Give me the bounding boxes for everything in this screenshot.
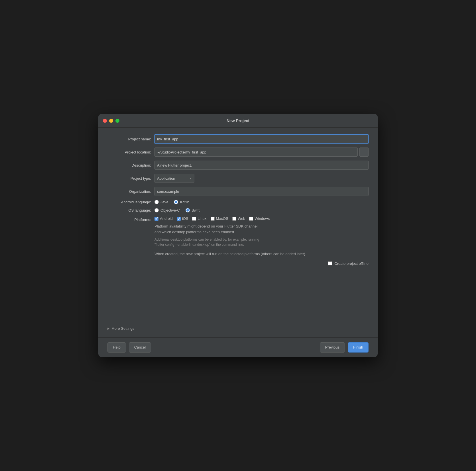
platform-note-1: Platform availability might depend on yo… xyxy=(154,224,369,235)
platform-windows-option[interactable]: Windows xyxy=(249,216,270,221)
ios-objc-label: Objective-C xyxy=(160,208,180,212)
ios-objc-option[interactable]: Objective-C xyxy=(154,208,180,212)
project-type-label: Project type: xyxy=(107,176,154,181)
platform-android-option[interactable]: Android xyxy=(154,216,173,221)
cancel-button[interactable]: Cancel xyxy=(129,342,151,353)
ios-language-row: iOS language: Objective-C Swift xyxy=(107,208,369,212)
project-type-select-wrapper: Application Plugin Package Module ▼ xyxy=(154,174,194,183)
platforms-section: Android iOS Linux MacOS xyxy=(154,216,369,269)
platform-web-label: Web xyxy=(238,216,245,221)
platform-note-2: Additional desktop platforms can be enab… xyxy=(154,237,369,247)
close-button[interactable] xyxy=(103,119,107,123)
previous-button[interactable]: Previous xyxy=(320,342,345,353)
project-type-select[interactable]: Application Plugin Package Module xyxy=(154,174,194,183)
finish-button[interactable]: Finish xyxy=(348,342,369,353)
platform-windows-label: Windows xyxy=(255,216,270,221)
create-offline-checkbox[interactable] xyxy=(328,261,332,265)
platform-ios-label: iOS xyxy=(182,216,188,221)
android-java-label: Java xyxy=(160,200,168,204)
ios-swift-radio[interactable] xyxy=(186,208,190,212)
platform-note-3: When created, the new project will run o… xyxy=(154,251,369,257)
platform-macos-label: MacOS xyxy=(216,216,228,221)
ios-language-label: iOS language: xyxy=(107,208,154,212)
project-name-input[interactable] xyxy=(154,134,369,144)
description-label: Description: xyxy=(107,163,154,167)
maximize-button[interactable] xyxy=(115,119,119,123)
project-name-label: Project name: xyxy=(107,137,154,141)
android-java-radio[interactable] xyxy=(154,200,159,204)
organization-row: Organization: xyxy=(107,187,369,196)
minimize-button[interactable] xyxy=(109,119,113,123)
form-content: Project name: Project location: ... Desc… xyxy=(98,128,378,337)
platforms-label: Platforms: xyxy=(107,216,154,222)
empty-spacer xyxy=(107,273,369,318)
more-settings-toggle[interactable]: ▶ More Settings xyxy=(107,323,369,331)
platform-linux-checkbox[interactable] xyxy=(192,217,196,221)
browse-button[interactable]: ... xyxy=(359,148,369,157)
platform-web-option[interactable]: Web xyxy=(232,216,245,221)
help-button[interactable]: Help xyxy=(107,342,126,353)
platform-ios-option[interactable]: iOS xyxy=(177,216,188,221)
android-language-radio-group: Java Kotlin xyxy=(154,200,369,204)
platform-linux-option[interactable]: Linux xyxy=(192,216,206,221)
project-type-row: Project type: Application Plugin Package… xyxy=(107,174,369,183)
ios-swift-option[interactable]: Swift xyxy=(186,208,200,212)
dialog-window: New Project Project name: Project locati… xyxy=(98,114,378,357)
bottom-bar: Help Cancel Previous Finish xyxy=(98,337,378,357)
android-kotlin-radio[interactable] xyxy=(174,200,178,204)
platform-linux-label: Linux xyxy=(198,216,206,221)
create-offline-row: Create project offline xyxy=(154,261,369,266)
ios-language-radio-group: Objective-C Swift xyxy=(154,208,369,212)
platform-macos-option[interactable]: MacOS xyxy=(211,216,228,221)
platforms-checkbox-row: Android iOS Linux MacOS xyxy=(154,216,369,221)
more-settings-label: More Settings xyxy=(111,326,134,331)
title-bar: New Project xyxy=(98,114,378,128)
platform-macos-checkbox[interactable] xyxy=(211,217,215,221)
android-language-row: Android language: Java Kotlin xyxy=(107,200,369,204)
window-title: New Project xyxy=(227,118,249,123)
ios-objc-radio[interactable] xyxy=(154,208,159,212)
organization-label: Organization: xyxy=(107,189,154,194)
description-row: Description: xyxy=(107,161,369,170)
ios-swift-label: Swift xyxy=(192,208,200,212)
android-kotlin-option[interactable]: Kotlin xyxy=(174,200,189,204)
project-location-field-group: ... xyxy=(154,148,369,157)
create-offline-label: Create project offline xyxy=(334,261,369,266)
platform-android-label: Android xyxy=(160,216,173,221)
android-java-option[interactable]: Java xyxy=(154,200,168,204)
platform-android-checkbox[interactable] xyxy=(154,217,158,221)
android-language-label: Android language: xyxy=(107,200,154,204)
chevron-right-icon: ▶ xyxy=(107,327,110,330)
platform-windows-checkbox[interactable] xyxy=(249,217,253,221)
project-location-row: Project location: ... xyxy=(107,148,369,157)
traffic-lights xyxy=(103,119,119,123)
platforms-row: Platforms: Android iOS Linux xyxy=(107,216,369,269)
organization-input[interactable] xyxy=(154,187,369,196)
description-input[interactable] xyxy=(154,161,369,170)
project-location-input[interactable] xyxy=(154,148,358,157)
project-name-row: Project name: xyxy=(107,134,369,144)
platform-web-checkbox[interactable] xyxy=(232,217,236,221)
project-location-label: Project location: xyxy=(107,150,154,154)
android-kotlin-label: Kotlin xyxy=(180,200,189,204)
platform-ios-checkbox[interactable] xyxy=(177,217,181,221)
